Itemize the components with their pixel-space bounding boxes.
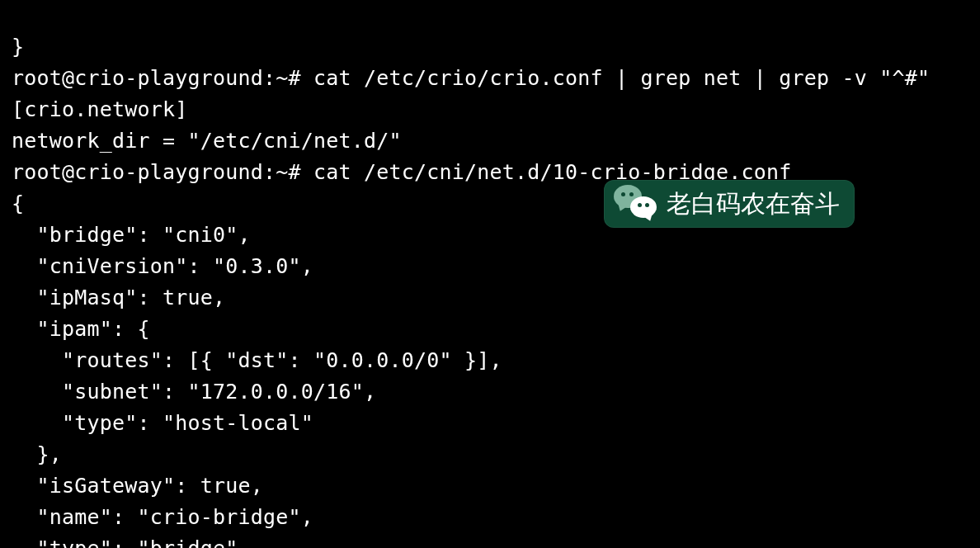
wechat-watermark: 老白码农在奋斗 — [604, 180, 855, 228]
terminal-line: "type": "host-local" — [12, 411, 313, 435]
terminal-line: "routes": [{ "dst": "0.0.0.0/0" }], — [12, 348, 502, 372]
terminal-line: "type": "bridge" — [12, 536, 238, 548]
terminal-line: "bridge": "cni0", — [12, 223, 251, 247]
terminal-line: "subnet": "172.0.0.0/16", — [12, 380, 376, 404]
watermark-text: 老白码农在奋斗 — [667, 187, 840, 221]
terminal-line: "cniVersion": "0.3.0", — [12, 254, 313, 278]
wechat-icon — [614, 185, 660, 223]
terminal-line: root@crio-playground:~# cat /etc/crio/cr… — [12, 66, 930, 90]
terminal-line: network_dir = "/etc/cni/net.d/" — [12, 129, 402, 153]
terminal-line: "isGateway": true, — [12, 474, 263, 498]
terminal-line: { — [12, 191, 24, 215]
terminal-line: }, — [12, 442, 62, 466]
terminal-line: "ipMasq": true, — [12, 286, 225, 309]
terminal-line: [crio.network] — [12, 97, 188, 121]
terminal-line: "name": "crio-bridge", — [12, 505, 313, 529]
terminal-output: } root@crio-playground:~# cat /etc/crio/… — [0, 0, 980, 548]
terminal-line: "ipam": { — [12, 317, 150, 341]
terminal-line: } — [12, 35, 24, 59]
